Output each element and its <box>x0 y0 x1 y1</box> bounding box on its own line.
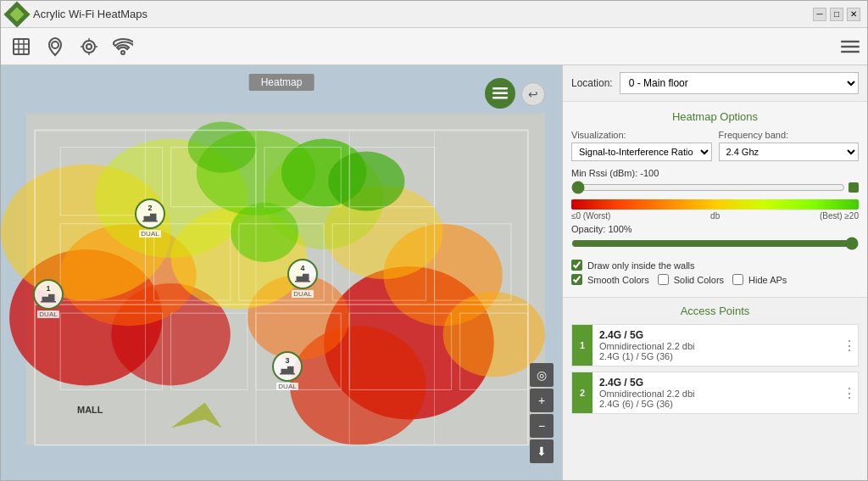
compass-button[interactable]: ◎ <box>530 363 554 387</box>
logo-inner <box>10 7 25 21</box>
ap-circle-2: 2 <box>135 199 165 229</box>
color-gradient-bar <box>571 199 859 210</box>
undo-button[interactable]: ↩ <box>521 82 545 106</box>
color-gradient-container: ≤0 (Worst) db (Best) ≥20 <box>571 199 859 221</box>
ap-label-3: DUAL <box>276 383 298 390</box>
app-title: Acrylic Wi-Fi HeatMaps <box>33 8 813 20</box>
svg-rect-62 <box>303 274 309 282</box>
ap-list-detail-2: Omnidirectional 2.2 dbi <box>599 389 834 399</box>
svg-rect-61 <box>297 277 303 282</box>
zoom-in-button[interactable]: + <box>530 389 554 412</box>
svg-rect-49 <box>492 87 508 90</box>
ap-number-4: 4 <box>300 264 304 272</box>
svg-rect-58 <box>281 369 288 374</box>
location-label: Location: <box>571 77 613 89</box>
access-points-section: Access Points 1 2.4G / 5G Omnidirectiona… <box>563 298 867 480</box>
svg-point-1 <box>52 42 58 48</box>
map-area[interactable]: Heatmap ↩ 1 DUAL <box>1 65 562 480</box>
frequency-col: Frequency band: 2.4 Ghz 5 Ghz Both <box>719 130 860 161</box>
ap-list-detail-1: Omnidirectional 2.2 dbi <box>599 341 834 351</box>
toolbar-menu-button[interactable] <box>840 36 860 57</box>
ap-list-menu-2[interactable]: ⋮ <box>841 372 858 413</box>
ap-list-number-1: 1 <box>572 325 593 366</box>
visualization-select[interactable]: Signal-to-Interference Ratio Signal Stre… <box>571 143 712 161</box>
map-background <box>1 65 562 480</box>
min-rssi-label: Min Rssi (dBm): -100 <box>571 168 859 178</box>
visualization-col: Visualization: Signal-to-Interference Ra… <box>571 130 712 161</box>
ap-list-item-2: 2 2.4G / 5G Omnidirectional 2.2 dbi 2.4G… <box>571 372 859 414</box>
ap-marker-3[interactable]: 3 DUAL <box>272 351 303 390</box>
ap-number-2: 2 <box>147 204 152 212</box>
viz-freq-row: Visualization: Signal-to-Interference Ra… <box>571 130 859 161</box>
ap-list-name-1: 2.4G / 5G <box>599 329 834 341</box>
svg-rect-50 <box>492 92 508 95</box>
ap-list-freq-1: 2.4G (1) / 5G (36) <box>599 351 834 361</box>
app-window: Acrylic Wi-Fi HeatMaps ─ □ ✕ <box>0 0 868 481</box>
svg-point-25 <box>231 203 298 262</box>
svg-rect-52 <box>42 297 49 302</box>
svg-rect-0 <box>14 39 29 54</box>
close-button[interactable]: ✕ <box>847 8 860 21</box>
toolbar-settings-icon[interactable] <box>75 33 103 60</box>
min-rssi-row: Min Rssi (dBm): -100 <box>571 168 859 194</box>
ap-marker-1[interactable]: 1 DUAL <box>33 279 64 318</box>
hide-aps-checkbox[interactable] <box>732 274 743 285</box>
scale-center-label: db <box>710 211 720 221</box>
restore-button[interactable]: □ <box>830 8 843 21</box>
ap-list-number-2: 2 <box>572 372 593 413</box>
ap-list-menu-1[interactable]: ⋮ <box>841 325 858 366</box>
ap-label-1: DUAL <box>37 310 58 318</box>
app-logo <box>3 1 30 27</box>
toolbar <box>1 28 867 65</box>
smooth-colors-checkbox[interactable] <box>571 274 582 285</box>
main-content: Heatmap ↩ 1 DUAL <box>1 65 867 480</box>
ap-number-3: 3 <box>285 356 289 365</box>
heatmap-options-section: Heatmap Options Visualization: Signal-to… <box>563 102 867 298</box>
window-controls: ─ □ ✕ <box>813 8 860 21</box>
svg-rect-56 <box>150 214 157 221</box>
ap-label-4: DUAL <box>292 290 313 298</box>
svg-rect-6 <box>841 45 860 47</box>
heatmap-options-title: Heatmap Options <box>571 110 859 123</box>
svg-rect-5 <box>841 40 860 42</box>
visualization-label: Visualization: <box>571 130 712 140</box>
ap-number-1: 1 <box>46 284 50 293</box>
download-button[interactable]: ⬇ <box>530 439 554 463</box>
opacity-slider[interactable] <box>571 237 859 250</box>
minimize-button[interactable]: ─ <box>813 8 826 21</box>
solid-colors-checkbox[interactable] <box>658 274 669 285</box>
menu-overlay-button[interactable] <box>485 78 515 109</box>
frequency-select[interactable]: 2.4 Ghz 5 Ghz Both <box>719 143 860 161</box>
toolbar-location-icon[interactable] <box>42 33 69 60</box>
opacity-label: Opacity: 100% <box>571 224 859 234</box>
zoom-out-button[interactable]: − <box>530 414 554 438</box>
toolbar-heatmap-icon[interactable] <box>8 33 35 60</box>
hide-aps-label: Hide APs <box>748 275 787 285</box>
solid-colors-label: Solid Colors <box>674 275 724 285</box>
ap-label-2: DUAL <box>139 230 160 238</box>
location-select[interactable]: 0 - Main floor 1 - Upper floor 2 - Basem… <box>620 72 859 94</box>
hide-aps-row: Hide APs <box>732 274 787 285</box>
smooth-colors-label: Smooth Colors <box>587 275 649 285</box>
svg-point-26 <box>328 152 404 211</box>
map-controls: ◎ + − ⬇ <box>530 363 554 463</box>
heatmap-label: Heatmap <box>249 74 314 91</box>
min-rssi-slider[interactable] <box>571 181 845 194</box>
titlebar: Acrylic Wi-Fi HeatMaps ─ □ ✕ <box>1 1 867 28</box>
svg-rect-7 <box>841 50 860 52</box>
ap-marker-4[interactable]: 4 DUAL <box>287 259 318 298</box>
location-bar: Location: 0 - Main floor 1 - Upper floor… <box>563 65 867 102</box>
ap-circle-1: 1 <box>33 279 64 310</box>
ap-list-freq-2: 2.4G (6) / 5G (36) <box>599 399 834 409</box>
inline-checkboxes: Smooth Colors Solid Colors Hide APs <box>571 274 859 288</box>
toolbar-wifi-icon[interactable] <box>109 33 136 60</box>
svg-rect-55 <box>144 216 151 221</box>
scale-right-label: (Best) ≥20 <box>820 211 859 221</box>
ap-marker-2[interactable]: 2 DUAL <box>135 199 165 238</box>
right-panel: Location: 0 - Main floor 1 - Upper floor… <box>562 65 867 480</box>
frequency-label: Frequency band: <box>719 130 860 140</box>
ap-circle-4: 4 <box>287 259 318 289</box>
ap-list-item-1: 1 2.4G / 5G Omnidirectional 2.2 dbi 2.4G… <box>571 324 859 366</box>
opacity-row: Opacity: 100% <box>571 224 859 253</box>
draw-inside-walls-checkbox[interactable] <box>571 260 582 271</box>
